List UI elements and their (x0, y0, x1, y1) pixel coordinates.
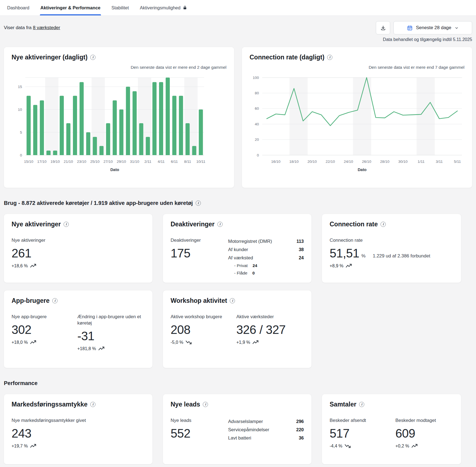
stat-value: 552 (171, 427, 221, 440)
download-button[interactable] (376, 21, 390, 34)
new-leads-card: Nye leads i Nye leads 552 Advarselslampe… (163, 394, 311, 464)
stat-value: 51,51 (330, 246, 359, 260)
trend-up-icon (30, 340, 37, 344)
toolbar: Viser data fra 8 værksteder Seneste 28 d… (4, 21, 472, 34)
usage-section-heading: Brug - 8.872 aktiverede køretøjer / 1.91… (4, 200, 472, 206)
chart-staleness-note: Den seneste data vist er mere end 2 dage… (12, 65, 226, 70)
delta-value: +1,9 % (236, 340, 250, 345)
trend-up-icon (30, 444, 37, 448)
workshop-activity-card: Workshop aktivitet i Aktive workshop bru… (163, 290, 311, 368)
svg-text:6/11: 6/11 (171, 160, 178, 164)
delta-value: +18,0 % (12, 340, 28, 345)
svg-text:2/11: 2/11 (144, 160, 151, 164)
date-range-label: Seneste 28 dage (416, 25, 452, 31)
breakdown-value: 220 (296, 426, 304, 433)
info-icon[interactable]: i (203, 402, 208, 407)
trend-up-icon (30, 264, 37, 268)
calendar-icon (407, 25, 413, 31)
daily-activations-bar-chart: 05101515/1017/1019/1021/1023/1025/1027/1… (12, 74, 226, 177)
marketing-consent-card: Markedsføringssamtykke i Nye markedsføri… (4, 394, 152, 464)
stat-label: Nye aktiveringer (12, 237, 145, 244)
card-title: Workshop aktivitet (171, 297, 227, 304)
svg-text:0: 0 (257, 153, 259, 157)
info-icon[interactable]: i (327, 55, 332, 60)
tab-aktiveringsmulighed[interactable]: Aktiveringsmulighed (139, 0, 188, 15)
svg-text:3/11: 3/11 (436, 160, 443, 164)
svg-text:Dato: Dato (110, 167, 119, 172)
breakdown-subrow: - Privat 24 (228, 263, 304, 269)
info-icon[interactable]: i (90, 55, 95, 60)
svg-text:16/10: 16/10 (271, 160, 281, 164)
date-range-selector[interactable]: Seneste 28 dage (393, 21, 472, 34)
delta-value: +0,2 % (395, 444, 409, 449)
breakdown-row: Af kunder 38 (228, 246, 304, 253)
info-icon[interactable]: i (90, 402, 95, 407)
chart-title: Connection rate (dagligt) (250, 54, 324, 61)
info-icon[interactable]: i (196, 200, 201, 206)
info-icon[interactable]: i (217, 222, 223, 227)
lock-icon (183, 6, 187, 10)
svg-text:27/10: 27/10 (103, 160, 113, 164)
svg-text:60: 60 (255, 106, 259, 111)
breakdown-value: 38 (299, 246, 304, 253)
delta-value: -4,4 % (330, 444, 342, 449)
trend-delta: +1,9 % (236, 340, 304, 345)
svg-text:17/10: 17/10 (37, 160, 46, 164)
performance-section-heading: Performance (4, 380, 472, 386)
svg-text:30/10: 30/10 (398, 160, 408, 164)
delta-value: +18,6 % (12, 263, 28, 268)
svg-text:20: 20 (255, 138, 259, 142)
breakdown-row: Servicepåmindelser 220 (228, 426, 304, 433)
tab-stabilitet[interactable]: Stabilitet (111, 0, 129, 15)
showing-data-text: Viser data fra 8 værksteder (4, 25, 60, 31)
conversations-card: Samtaler i Beskeder afsendt 517 -4,4 % B… (322, 394, 461, 464)
info-icon[interactable]: i (52, 298, 58, 303)
workshops-link[interactable]: 8 værksteder (33, 25, 60, 30)
breakdown-row: Af værksted 24 (228, 254, 304, 261)
breakdown-row: Motorregistret (DMR) 113 (228, 238, 304, 245)
stat-value: 243 (12, 427, 145, 440)
info-icon[interactable]: i (359, 402, 364, 407)
stat-value: 326 / 327 (236, 323, 304, 337)
stat-unit: % (362, 253, 366, 259)
tab-aktiveringer-performance[interactable]: Aktiveringer & Performance (40, 0, 101, 15)
deactivations-breakdown: Motorregistret (DMR) 113 Af kunder 38 Af… (228, 237, 304, 276)
svg-text:10/11: 10/11 (196, 160, 206, 164)
info-icon[interactable]: i (230, 298, 235, 303)
stat-label: Connection rate (330, 237, 453, 244)
breakdown-value: 24 (299, 254, 304, 261)
breakdown-label: Lavt batteri (228, 435, 251, 441)
info-icon[interactable]: i (64, 222, 69, 227)
tab-label: Stabilitet (111, 5, 129, 10)
breakdown-value: 113 (296, 238, 304, 245)
tab-dashboard[interactable]: Dashboard (7, 0, 30, 15)
stat-label: Aktive workshop brugere (171, 314, 230, 320)
stat-value: 208 (171, 323, 230, 337)
chart-staleness-note: Den seneste data vist er mere end 7 dage… (250, 65, 464, 70)
stat-label: Nye app-brugere (12, 314, 71, 320)
breakdown-value: 24 (253, 263, 257, 269)
breakdown-row: Advarselslamper 296 (228, 418, 304, 425)
breakdown-label: Advarselslamper (228, 418, 263, 425)
info-icon[interactable]: i (381, 222, 386, 227)
svg-text:20/10: 20/10 (308, 160, 317, 164)
breakdown-value: 0 (252, 270, 255, 276)
trend-delta: +18,0 % (12, 340, 71, 345)
daily-connection-rate-line-chart: 02040608010016/1018/1020/1022/1024/1026/… (250, 74, 464, 177)
trend-delta: +8,9 % (330, 263, 453, 268)
stat-value: -31 (77, 329, 145, 343)
connected-ratio-note: 1.229 ud af 2.386 forbundet (373, 253, 430, 259)
stat-label: Deaktiveringer (171, 237, 221, 244)
svg-text:0: 0 (20, 153, 22, 157)
svg-text:4/11: 4/11 (158, 160, 165, 164)
delta-value: +19,7 % (12, 444, 28, 449)
breakdown-subrow: - Flåde 0 (228, 270, 304, 276)
card-title: Connection rate (330, 221, 378, 228)
trend-up-icon (98, 347, 105, 351)
app-users-card: App-brugere i Nye app-brugere 302 +18,0 … (4, 290, 152, 368)
svg-text:10: 10 (18, 108, 22, 112)
stat-label: Nye markedsføringssamtykker givet (12, 417, 145, 424)
breakdown-label: Motorregistret (DMR) (228, 238, 272, 245)
chart-title: Nye aktiveringer (dagligt) (12, 54, 87, 61)
tab-label: Aktiveringer & Performance (40, 5, 100, 10)
